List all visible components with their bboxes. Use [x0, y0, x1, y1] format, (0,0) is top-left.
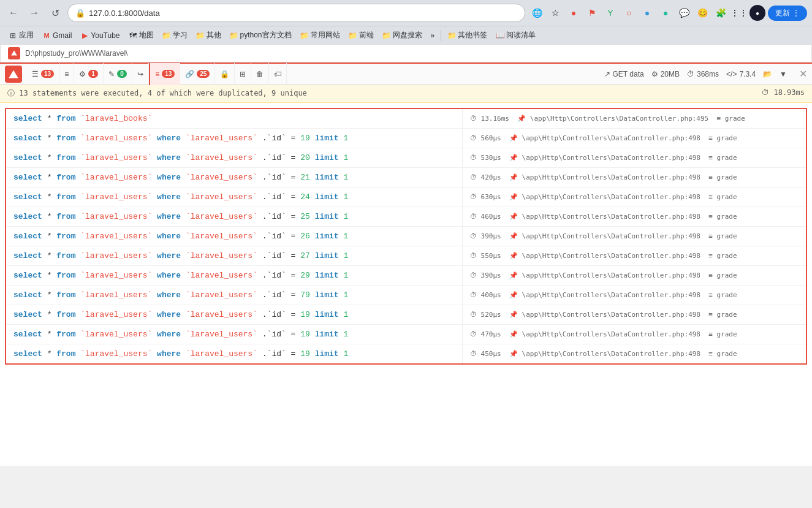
query-sql-5: select * from `laravel_users` where `lar… — [6, 188, 463, 207]
query-row[interactable]: select * from `laravel_users` where `lar… — [6, 266, 806, 286]
address-bar[interactable]: 🔒 127.0.0.1:8000/data — [67, 4, 525, 22]
logs-icon: ✎ — [108, 70, 115, 78]
bookmark-common[interactable]: 📁 常用网站 — [297, 29, 344, 42]
bookmark-reading[interactable]: 📖 阅读清单 — [492, 29, 539, 42]
bookmark-frontend[interactable]: 📁 前端 — [345, 29, 378, 42]
clock-icon: ⏱ — [687, 70, 694, 78]
query-sql-7: select * from `laravel_users` where `lar… — [6, 227, 463, 246]
query-meta-3: ⏱ 530μs 📌 \app\Http\Controllers\DataCont… — [463, 148, 806, 167]
query-row[interactable]: select * from `laravel_users` where `lar… — [6, 246, 806, 266]
query-row[interactable]: select * from `laravel_users` where `lar… — [6, 207, 806, 227]
translate-icon[interactable]: 🌐 — [529, 5, 545, 21]
update-button[interactable]: 更新 ⋮ — [768, 6, 807, 21]
bookmark-apps[interactable]: ⊞ 应用 — [5, 29, 37, 42]
query-meta-6: ⏱ 460μs 📌 \app\Http\Controllers\DataCont… — [463, 207, 806, 226]
query-row[interactable]: select * from `laravel_users` where `lar… — [6, 325, 806, 344]
bookmark-others[interactable]: 📁 其他书签 — [444, 29, 491, 42]
query-meta-7: ⏱ 390μs 📌 \app\Http\Controllers\DataCont… — [463, 227, 806, 246]
debugbar-logo-small — [8, 47, 20, 59]
query-row[interactable]: select * from `laravel_users` where `lar… — [6, 286, 806, 305]
query-row[interactable]: select * from `laravel_users` where `lar… — [6, 344, 806, 363]
bookmark-netdisk[interactable]: 📁 网盘搜索 — [379, 29, 426, 42]
get-label: GET data — [613, 70, 644, 78]
close-button[interactable]: ✕ — [799, 68, 807, 80]
query-panel: select * from `laravel_books` ⏱ 13.16ms … — [5, 108, 807, 365]
queries-badge: 13 — [162, 70, 175, 78]
reload-button[interactable]: ↺ — [47, 4, 64, 21]
query-row[interactable]: select * from `laravel_users` where `lar… — [6, 227, 806, 246]
php-label: 7.3.4 — [739, 70, 756, 78]
folder-icon-1: 📁 — [162, 31, 171, 40]
time-label: 368ms — [697, 70, 719, 78]
query-row[interactable]: select * from `laravel_users` where `lar… — [6, 148, 806, 168]
extension-circle-icon[interactable]: ○ — [621, 5, 637, 21]
arrow-right-icon: ↗ — [604, 70, 610, 78]
extension-red-icon[interactable]: ● — [566, 5, 582, 21]
forward-button[interactable]: → — [26, 4, 43, 21]
query-sql-1: select * from `laravel_books` — [6, 109, 463, 128]
debugbar-logo[interactable] — [5, 66, 22, 83]
info-bar: ⓘ 13 statements were executed, 4 of whic… — [0, 85, 812, 103]
memory-label: 20MB — [661, 70, 680, 78]
bookmark-divider — [441, 30, 441, 41]
folder-icon-6: 📁 — [382, 31, 391, 40]
info-message: ⓘ 13 statements were executed, 4 of whic… — [7, 88, 307, 99]
extension-teal-icon[interactable]: ● — [658, 5, 674, 21]
bookmark-maps[interactable]: 🗺 地图 — [125, 29, 157, 42]
extension-emoji-icon[interactable]: 😊 — [694, 5, 710, 21]
folder-icon-7: 📁 — [447, 31, 456, 40]
back-button[interactable]: ← — [5, 4, 22, 21]
bookmark-other[interactable]: 📁 其他 — [192, 29, 225, 42]
reading-list-icon: 📖 — [496, 31, 504, 40]
toolbar-messages[interactable]: ☰ 13 — [27, 63, 59, 85]
toolbar-exceptions[interactable]: ⚙ 1 — [74, 63, 104, 85]
folder-btn[interactable]: 📂 — [763, 70, 772, 78]
php-info: </> 7.3.4 — [726, 70, 756, 78]
toolbar-auth[interactable]: 🔒 — [215, 63, 235, 85]
extension-flag-icon[interactable]: ⚑ — [584, 5, 600, 21]
expand-icon: ▼ — [780, 70, 787, 78]
toolbar-tags[interactable]: 🏷 — [269, 63, 287, 85]
query-row[interactable]: select * from `laravel_books` ⏱ 13.16ms … — [6, 109, 806, 129]
expand-btn[interactable]: ▼ — [780, 70, 787, 78]
query-meta-13: ⏱ 450μs 📌 \app\Http\Controllers\DataCont… — [463, 344, 806, 363]
logs-badge: 0 — [117, 70, 127, 78]
toolbar-queries[interactable]: ≡ 13 — [149, 63, 180, 85]
query-meta-9: ⏱ 390μs 📌 \app\Http\Controllers\DataCont… — [463, 266, 806, 285]
query-row[interactable]: select * from `laravel_users` where `lar… — [6, 168, 806, 188]
bookmark-python[interactable]: 📁 python官方文档 — [226, 29, 295, 42]
extension-menu-icon[interactable]: ⋮⋮ — [731, 5, 747, 21]
browser-toolbar: ← → ↺ 🔒 127.0.0.1:8000/data 🌐 ☆ ● ⚑ Y ○ … — [0, 0, 812, 26]
debugbar-toolbar: ☰ 13 ≡ ⚙ 1 ✎ 0 ↪ ≡ 13 🔗 25 — [0, 63, 812, 85]
folder-open-icon: 📂 — [763, 70, 772, 78]
bookmark-more[interactable]: » — [427, 30, 439, 41]
extension-disc-icon[interactable]: ● — [749, 5, 765, 21]
bookmark-youtube[interactable]: ▶ YouTube — [77, 30, 123, 41]
query-row[interactable]: select * from `laravel_users` where `lar… — [6, 188, 806, 207]
extension-chat-icon[interactable]: 💬 — [676, 5, 692, 21]
extension-y-icon[interactable]: Y — [602, 5, 618, 21]
bookmark-study[interactable]: 📁 学习 — [159, 29, 191, 42]
bookmark-gmail[interactable]: M Gmail — [39, 30, 75, 41]
toolbar-links[interactable]: 🔗 25 — [180, 63, 215, 85]
extension-puzzle-icon[interactable]: 🧩 — [713, 5, 729, 21]
toolbar-redirect[interactable]: ↪ — [132, 63, 149, 85]
links-icon: 🔗 — [185, 70, 194, 78]
query-row[interactable]: select * from `laravel_users` where `lar… — [6, 129, 806, 148]
toolbar-views[interactable]: ⊞ — [235, 63, 251, 85]
query-meta-10: ⏱ 400μs 📌 \app\Http\Controllers\DataCont… — [463, 286, 806, 305]
toolbar-timeline[interactable]: ≡ — [59, 63, 74, 85]
query-sql-8: select * from `laravel_users` where `lar… — [6, 246, 463, 265]
toolbar-cache[interactable]: 🗑 — [251, 63, 269, 85]
extension-blue-icon[interactable]: ● — [639, 5, 655, 21]
toolbar-logs[interactable]: ✎ 0 — [104, 63, 132, 85]
lock-icon: 🔒 — [75, 9, 85, 18]
query-sql-11: select * from `laravel_users` where `lar… — [6, 305, 463, 324]
query-row[interactable]: select * from `laravel_users` where `lar… — [6, 305, 806, 325]
timeline-icon: ≡ — [64, 70, 69, 78]
request-info: ↗ GET data — [604, 70, 644, 78]
messages-badge: 13 — [41, 70, 54, 78]
star-icon[interactable]: ☆ — [547, 5, 563, 21]
path-bar: D:\phpstudy_pro\WWW\laravel\ — [0, 44, 812, 63]
query-meta-2: ⏱ 560μs 📌 \app\Http\Controllers\DataCont… — [463, 129, 806, 148]
